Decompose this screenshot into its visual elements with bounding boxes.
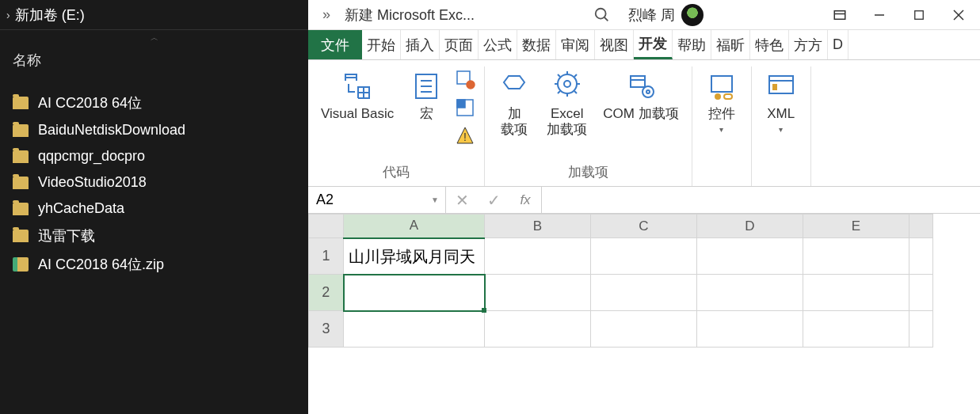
cell[interactable] xyxy=(909,311,933,348)
select-all-corner[interactable] xyxy=(309,215,344,238)
tab-data[interactable]: 数据 xyxy=(517,30,556,59)
row-header[interactable]: 3 xyxy=(309,311,344,348)
svg-rect-23 xyxy=(711,76,732,92)
file-name: qqpcmgr_docpro xyxy=(38,148,145,165)
column-header[interactable]: C xyxy=(591,215,697,238)
column-header-name[interactable]: 名称 xyxy=(0,46,308,74)
group-label-code: 代码 xyxy=(315,163,478,183)
column-header[interactable] xyxy=(909,215,933,238)
file-list: AI CC2018 64位 BaiduNetdiskDownload qqpcm… xyxy=(0,74,308,279)
user-name-label: 烈峰 周 xyxy=(628,6,675,25)
minimize-button[interactable] xyxy=(861,2,898,28)
cell[interactable] xyxy=(803,238,909,275)
cell[interactable] xyxy=(909,275,933,311)
svg-rect-19 xyxy=(631,76,645,87)
formula-input[interactable] xyxy=(542,187,980,213)
close-button[interactable] xyxy=(940,2,977,28)
tab-page-layout[interactable]: 页面 xyxy=(440,30,479,59)
quick-access-more-icon[interactable]: » xyxy=(322,6,330,23)
folder-item[interactable]: AI CC2018 64位 xyxy=(0,89,308,117)
controls-icon xyxy=(705,70,738,103)
file-name: yhCacheData xyxy=(38,200,124,217)
cell[interactable] xyxy=(803,311,909,348)
folder-item[interactable]: yhCacheData xyxy=(0,196,308,222)
tab-fangfang[interactable]: 方方 xyxy=(789,30,828,59)
search-icon[interactable] xyxy=(593,6,611,24)
cell[interactable] xyxy=(803,275,909,311)
tab-special[interactable]: 特色 xyxy=(750,30,789,59)
controls-button[interactable]: 控件 ▾ xyxy=(699,66,745,137)
column-header[interactable]: D xyxy=(697,215,803,238)
cancel-formula-button[interactable]: ✕ xyxy=(446,191,478,210)
cell[interactable] xyxy=(485,311,591,348)
use-relative-references-button[interactable] xyxy=(452,95,478,120)
column-header[interactable]: E xyxy=(803,215,909,238)
insert-function-button[interactable]: fx xyxy=(509,192,541,208)
excel-window: » 新建 Microsoft Exc... 烈峰 周 文件 开始 插入 页面 公… xyxy=(308,0,980,414)
svg-line-1 xyxy=(604,17,608,21)
row-header[interactable]: 1 xyxy=(309,238,344,275)
folder-item[interactable]: qqpcmgr_docpro xyxy=(0,143,308,169)
cell[interactable] xyxy=(591,275,697,311)
column-header[interactable]: B xyxy=(485,215,591,238)
folder-item[interactable]: VideoStudio2018 xyxy=(0,169,308,196)
user-account[interactable]: 烈峰 周 xyxy=(628,4,704,26)
folder-icon xyxy=(13,230,29,242)
collapse-chevron-icon[interactable]: ︿ xyxy=(0,30,308,46)
tab-extra[interactable]: D xyxy=(828,30,848,59)
path-segment[interactable]: 新加卷 (E:) xyxy=(15,6,85,25)
cell[interactable] xyxy=(697,275,803,311)
tab-review[interactable]: 审阅 xyxy=(556,30,595,59)
cell[interactable] xyxy=(697,238,803,275)
svg-rect-25 xyxy=(724,94,732,99)
xml-button[interactable]: XML ▾ xyxy=(758,66,804,137)
folder-icon xyxy=(13,150,29,163)
xml-label: XML xyxy=(767,106,795,122)
folder-item[interactable]: BaiduNetdiskDownload xyxy=(0,117,308,143)
group-label-addins: 加载项 xyxy=(491,163,684,183)
macros-button[interactable]: 宏 xyxy=(403,66,449,125)
cell[interactable] xyxy=(909,238,933,275)
cell[interactable] xyxy=(485,275,591,311)
cell-a2-selected[interactable] xyxy=(344,275,485,311)
tab-help[interactable]: 帮助 xyxy=(673,30,711,59)
cell[interactable] xyxy=(344,311,485,348)
cell[interactable] xyxy=(485,238,591,275)
controls-label: 控件 xyxy=(708,106,735,122)
file-name: AI CC2018 64位 xyxy=(38,93,142,112)
spreadsheet-grid[interactable]: A B C D E 1 山川异域风月同天 2 xyxy=(308,214,980,414)
name-box[interactable]: A2 ▼ xyxy=(308,187,446,213)
group-label-controls-empty xyxy=(699,165,745,183)
file-item[interactable]: AI CC2018 64位.zip xyxy=(0,250,308,279)
xml-icon xyxy=(765,70,798,103)
folder-icon xyxy=(13,124,29,137)
svg-rect-15 xyxy=(457,100,465,108)
record-macro-button[interactable] xyxy=(452,66,478,92)
visual-basic-button[interactable]: Visual Basic xyxy=(315,66,400,125)
avatar xyxy=(681,4,704,26)
tab-insert[interactable]: 插入 xyxy=(401,30,440,59)
addins-button[interactable]: 加 载项 xyxy=(491,66,537,142)
column-header[interactable]: A xyxy=(344,215,485,238)
explorer-address-bar[interactable]: › 新加卷 (E:) xyxy=(0,0,308,30)
tab-developer[interactable]: 开发 xyxy=(634,30,673,59)
row-header[interactable]: 2 xyxy=(309,275,344,311)
ribbon-display-options-icon[interactable] xyxy=(822,2,858,28)
excel-addins-button[interactable]: Excel 加载项 xyxy=(540,66,593,142)
enter-formula-button[interactable]: ✓ xyxy=(478,191,509,210)
maximize-button[interactable] xyxy=(901,2,937,28)
cell[interactable] xyxy=(591,238,697,275)
tab-view[interactable]: 视图 xyxy=(595,30,634,59)
tab-foxit[interactable]: 福昕 xyxy=(711,30,750,59)
com-addins-button[interactable]: COM 加载项 xyxy=(597,66,684,125)
macro-security-button[interactable]: ! xyxy=(452,123,478,149)
tab-home[interactable]: 开始 xyxy=(362,30,401,59)
cell[interactable] xyxy=(591,311,697,348)
tab-file[interactable]: 文件 xyxy=(308,30,362,59)
cell[interactable] xyxy=(697,311,803,348)
svg-point-21 xyxy=(643,86,654,97)
chevron-down-icon[interactable]: ▼ xyxy=(431,196,439,204)
cell-a1[interactable]: 山川异域风月同天 xyxy=(344,238,485,275)
tab-formulas[interactable]: 公式 xyxy=(479,30,517,59)
folder-item[interactable]: 迅雷下载 xyxy=(0,222,308,250)
